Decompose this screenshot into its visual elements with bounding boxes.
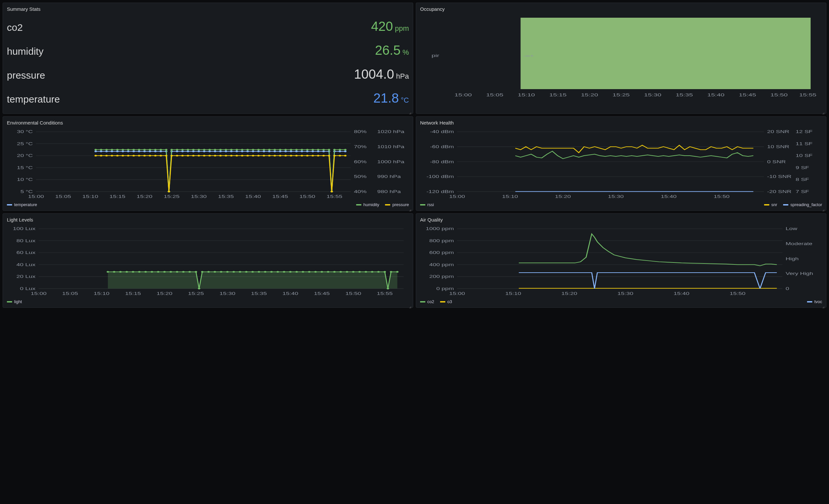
svg-point-144	[339, 149, 341, 150]
svg-text:15:50: 15:50	[770, 93, 788, 97]
svg-text:15:00: 15:00	[28, 194, 44, 199]
svg-text:15:20: 15:20	[156, 291, 172, 296]
svg-point-128	[257, 149, 260, 150]
svg-point-51	[111, 150, 113, 152]
svg-point-254	[157, 271, 159, 273]
svg-text:-20 SNR: -20 SNR	[767, 189, 791, 194]
svg-point-107	[149, 149, 151, 150]
svg-text:15:25: 15:25	[613, 93, 630, 97]
svg-point-67	[192, 150, 194, 152]
svg-text:25 °C: 25 °C	[17, 141, 33, 146]
svg-point-188	[317, 155, 319, 157]
svg-point-183	[290, 155, 292, 157]
resize-handle-icon[interactable]	[409, 110, 412, 113]
svg-text:20 Lux: 20 Lux	[16, 274, 36, 279]
legend-item-sf[interactable]: spreading_factor	[783, 202, 822, 207]
legend-item-o3[interactable]: o3	[440, 299, 452, 304]
svg-text:15 °C: 15 °C	[17, 165, 33, 170]
svg-point-52	[116, 150, 118, 152]
svg-text:15:05: 15:05	[486, 93, 503, 97]
air-chart[interactable]: 0 ppm200 ppm400 ppm600 ppm800 ppm1000 pp…	[420, 225, 822, 297]
svg-text:15:05: 15:05	[62, 291, 78, 296]
legend-item-tvoc[interactable]: tvoc	[807, 299, 822, 304]
svg-point-161	[171, 155, 173, 157]
svg-text:15:30: 15:30	[608, 194, 624, 199]
network-chart[interactable]: -120 dBm-100 dBm-80 dBm-60 dBm-40 dBm-20…	[420, 128, 822, 200]
svg-text:60 Lux: 60 Lux	[16, 250, 36, 255]
svg-point-262	[201, 271, 203, 273]
svg-text:15:20: 15:20	[581, 93, 598, 97]
panel-title: Environmental Conditions	[7, 120, 409, 125]
svg-text:15:40: 15:40	[245, 194, 261, 199]
svg-point-97	[95, 149, 97, 150]
svg-point-121	[219, 149, 222, 150]
svg-point-53	[122, 150, 124, 152]
summary-stats-panel: Summary Stats co2 420 ppm humidity 26.5 …	[3, 3, 413, 114]
svg-point-167	[203, 155, 205, 157]
svg-point-56	[138, 150, 140, 152]
legend-item-temperature[interactable]: temperature	[7, 202, 37, 207]
svg-point-150	[116, 155, 118, 157]
resize-handle-icon[interactable]	[822, 110, 825, 113]
panel-title: Summary Stats	[7, 6, 409, 12]
env-chart[interactable]: 5 °C10 °C15 °C20 °C25 °C30 °C40%50%60%70…	[7, 128, 409, 200]
svg-point-124	[236, 149, 238, 150]
legend-item-light[interactable]: light	[7, 299, 22, 304]
svg-point-181	[279, 155, 281, 157]
svg-point-60	[160, 150, 162, 152]
svg-text:15:40: 15:40	[661, 194, 677, 199]
svg-point-146	[95, 155, 97, 157]
svg-point-294	[396, 271, 398, 273]
legend-item-snr[interactable]: snr	[764, 202, 777, 207]
svg-point-258	[182, 271, 184, 273]
resize-handle-icon[interactable]	[409, 304, 412, 307]
svg-point-133	[284, 149, 287, 150]
svg-point-273	[270, 271, 273, 273]
svg-text:8 SF: 8 SF	[796, 177, 809, 182]
svg-point-76	[241, 150, 243, 152]
legend-item-pressure[interactable]: pressure	[385, 202, 409, 207]
svg-text:15:00: 15:00	[455, 93, 472, 97]
legend-item-rssi[interactable]: rssi	[420, 202, 434, 207]
svg-point-86	[295, 150, 297, 152]
legend-item-humidity[interactable]: humidity	[356, 202, 379, 207]
svg-point-143	[333, 149, 335, 150]
network-health-panel: Network Health -120 dBm-100 dBm-80 dBm-6…	[416, 116, 826, 211]
svg-point-265	[220, 271, 222, 273]
svg-point-136	[301, 149, 303, 150]
svg-point-91	[322, 150, 325, 152]
svg-point-117	[197, 149, 200, 150]
svg-point-103	[127, 149, 129, 150]
svg-point-194	[344, 155, 346, 157]
occupancy-chart[interactable]: pir -∞+ 15:00 15:05 15:10 15:15 15:20 15…	[420, 14, 822, 100]
resize-handle-icon[interactable]	[409, 206, 412, 210]
svg-point-79	[257, 150, 260, 152]
svg-text:-40 dBm: -40 dBm	[430, 129, 454, 134]
legend: light	[7, 299, 409, 304]
svg-text:15:50: 15:50	[730, 291, 745, 296]
svg-text:15:50: 15:50	[714, 194, 729, 199]
legend-item-co2[interactable]: co2	[420, 299, 434, 304]
svg-text:0 ppm: 0 ppm	[436, 286, 454, 291]
svg-text:30 °C: 30 °C	[17, 129, 33, 134]
svg-point-134	[290, 149, 292, 150]
svg-point-263	[207, 271, 210, 273]
svg-point-189	[322, 155, 325, 157]
svg-point-160	[168, 191, 170, 192]
svg-point-278	[302, 271, 304, 273]
resize-handle-icon[interactable]	[822, 206, 825, 210]
svg-point-69	[203, 150, 205, 152]
svg-point-112	[171, 149, 173, 150]
svg-point-281	[321, 271, 323, 273]
svg-point-162	[176, 155, 178, 157]
svg-text:-100 dBm: -100 dBm	[426, 174, 454, 179]
svg-text:50%: 50%	[354, 174, 367, 179]
svg-point-277	[295, 271, 298, 273]
svg-point-178	[263, 155, 265, 157]
svg-text:600 ppm: 600 ppm	[429, 250, 454, 255]
stat-value: 420 ppm	[371, 19, 409, 34]
light-chart[interactable]: 0 Lux20 Lux40 Lux60 Lux80 Lux100 Lux15:0…	[7, 225, 409, 297]
svg-point-279	[308, 271, 310, 273]
resize-handle-icon[interactable]	[822, 304, 825, 307]
svg-text:11 SF: 11 SF	[796, 141, 813, 146]
